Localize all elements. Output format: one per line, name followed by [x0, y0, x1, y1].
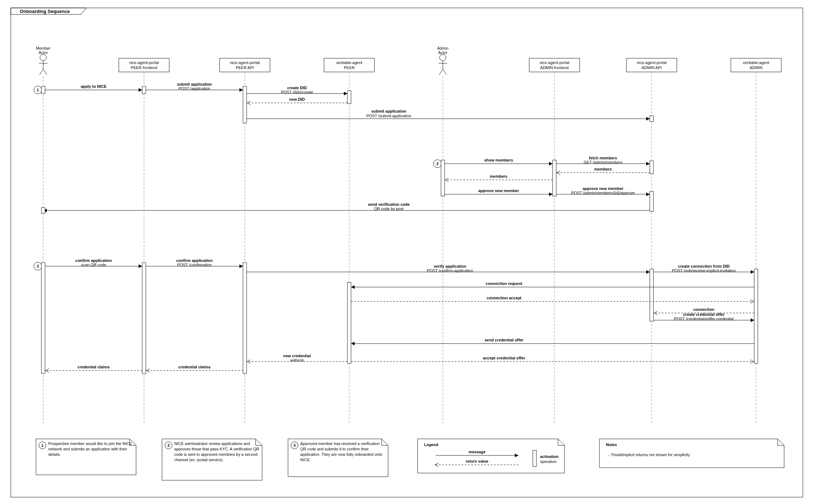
- svg-text:nice-agent-portal: nice-agent-portal: [540, 60, 570, 65]
- svg-text:2: 2: [436, 162, 439, 166]
- svg-rect-105: [243, 263, 247, 373]
- svg-text:- Trivial/implicit returns not: - Trivial/implicit returns not shown for…: [608, 453, 690, 457]
- step-1: 1 apply to NICE submit application POST …: [34, 82, 653, 123]
- svg-line-5: [43, 69, 47, 75]
- svg-text:POST /submit-application: POST /submit-application: [366, 114, 412, 118]
- svg-text:POST /oob/receive-implicit-inv: POST /oob/receive-implicit-invitation: [672, 268, 736, 273]
- svg-text:message: message: [468, 450, 485, 454]
- svg-rect-66: [441, 160, 445, 196]
- svg-rect-51: [243, 86, 247, 123]
- svg-text:POST /confirm-application: POST /confirm-application: [427, 268, 473, 273]
- svg-text:connection: connection: [693, 307, 715, 312]
- svg-marker-118: [351, 285, 355, 289]
- svg-rect-152: [533, 450, 536, 467]
- svg-text:fetch members: fetch members: [589, 156, 617, 160]
- svg-text:2: 2: [167, 443, 170, 448]
- svg-text:new DID: new DID: [289, 97, 305, 101]
- svg-marker-129: [351, 342, 355, 345]
- svg-text:send verification code: send verification code: [368, 202, 410, 206]
- svg-text:approve new member: approve new member: [478, 189, 519, 193]
- svg-text:Legend: Legend: [424, 442, 438, 447]
- svg-rect-116: [347, 282, 351, 363]
- svg-text:POST /application: POST /application: [179, 86, 210, 91]
- svg-text:GET /admin/members: GET /admin/members: [584, 160, 622, 164]
- frame: Onboarding Sequence: [11, 8, 803, 497]
- svg-rect-46: [142, 86, 146, 94]
- svg-text:create credential offer: create credential offer: [683, 312, 725, 317]
- svg-text:nice-agent-portal: nice-agent-portal: [230, 60, 260, 65]
- svg-marker-125: [751, 318, 754, 322]
- lane-peer-agent: veritable-agent PEER: [324, 58, 374, 424]
- svg-line-24: [439, 69, 443, 75]
- svg-text:PEER: PEER: [344, 65, 355, 70]
- svg-rect-56: [347, 91, 351, 104]
- svg-text:QR code by post: QR code by post: [374, 206, 404, 211]
- svg-text:confirm application: confirm application: [75, 258, 112, 263]
- note-3: 3 Approved member has received a verific…: [288, 439, 388, 477]
- svg-rect-100: [142, 263, 146, 373]
- svg-text:POST /confirmation: POST /confirmation: [177, 263, 212, 267]
- svg-text:Actor: Actor: [438, 50, 448, 55]
- svg-marker-72: [646, 162, 650, 165]
- svg-text:members: members: [594, 167, 612, 171]
- svg-text:create connection from DID: create connection from DID: [678, 264, 730, 268]
- legend: Legend message return value activation o…: [418, 439, 565, 473]
- svg-marker-48: [239, 88, 243, 92]
- svg-text:apply to NICE: apply to NICE: [81, 84, 107, 88]
- svg-rect-95: [41, 263, 45, 373]
- svg-text:connection accept: connection accept: [487, 296, 522, 300]
- svg-text:Admin: Admin: [437, 46, 448, 50]
- svg-text:1: 1: [37, 88, 39, 92]
- step-2: 2 show members fetch members GET /admin/…: [41, 156, 653, 213]
- sequence-diagram: Onboarding Sequence Member Actor nice-ag…: [0, 0, 814, 504]
- svg-text:verify application: verify application: [434, 264, 467, 268]
- svg-rect-63: [650, 116, 653, 122]
- svg-marker-81: [549, 192, 553, 196]
- note-2: 2 NICE administrator review applications…: [162, 439, 262, 480]
- svg-rect-0: [11, 8, 803, 497]
- svg-rect-110: [650, 269, 653, 321]
- svg-rect-92: [41, 208, 45, 213]
- svg-text:webook: webook: [290, 358, 304, 362]
- svg-text:send credential offer: send credential offer: [485, 338, 524, 342]
- svg-marker-53: [344, 92, 347, 95]
- svg-rect-70: [553, 160, 556, 196]
- svg-text:members: members: [490, 174, 508, 178]
- svg-text:new credential: new credential: [283, 354, 311, 358]
- svg-text:ADMIN frontend: ADMIN frontend: [540, 65, 569, 70]
- svg-text:scan QR code: scan QR code: [81, 263, 106, 267]
- svg-point-21: [440, 54, 446, 61]
- svg-text:create DID: create DID: [287, 86, 307, 90]
- svg-text:submit application: submit application: [371, 109, 406, 113]
- svg-text:Member: Member: [36, 46, 51, 50]
- svg-text:show members: show members: [484, 158, 513, 162]
- svg-text:Notes: Notes: [606, 442, 617, 447]
- svg-text:1: 1: [41, 443, 44, 448]
- svg-line-25: [443, 69, 446, 75]
- svg-text:PEER API: PEER API: [236, 65, 254, 70]
- svg-point-1: [40, 54, 46, 61]
- svg-text:ADMIN API: ADMIN API: [642, 65, 662, 70]
- svg-text:approve new member: approve new member: [583, 186, 624, 191]
- svg-text:connection request: connection request: [486, 281, 522, 286]
- svg-text:activation: activation: [540, 454, 559, 459]
- step-3: 3 confirm application scan QR code confi…: [34, 258, 758, 373]
- svg-text:ADMIN: ADMIN: [750, 65, 763, 70]
- svg-text:PEER frontend: PEER frontend: [131, 65, 157, 70]
- svg-text:operation: operation: [540, 459, 557, 464]
- svg-marker-107: [646, 270, 650, 274]
- actor-admin: Admin Actor: [437, 46, 448, 424]
- svg-text:accept credential offer: accept credential offer: [483, 356, 525, 360]
- note-1: 1 Prospective member would like to join …: [36, 439, 136, 475]
- svg-text:nice-agent-portal: nice-agent-portal: [129, 60, 159, 65]
- svg-text:return value: return value: [466, 459, 489, 463]
- svg-marker-102: [239, 264, 243, 268]
- svg-text:POST /credentials/offer-creden: POST /credentials/offer-credential: [674, 317, 733, 321]
- svg-marker-84: [646, 192, 650, 196]
- svg-marker-112: [751, 270, 754, 274]
- svg-text:veritable-agent: veritable-agent: [743, 60, 769, 65]
- svg-rect-115: [754, 269, 758, 363]
- svg-text:Actor: Actor: [39, 50, 48, 55]
- svg-text:POST /dids/create: POST /dids/create: [281, 90, 313, 94]
- lane-admin-frontend: nice-agent-portal ADMIN frontend: [529, 58, 580, 424]
